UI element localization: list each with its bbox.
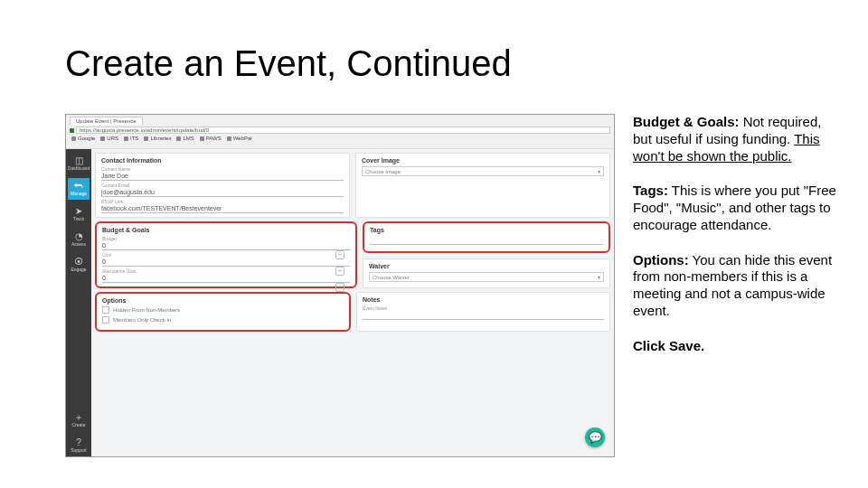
plus-icon: ＋ — [74, 413, 83, 422]
contact-card: Contact Information Contact Name Jane Do… — [95, 153, 350, 218]
rsvp-input[interactable]: facebook.com/TESTEVENT/Besteventever — [101, 204, 344, 213]
bookmark-item[interactable]: LMS — [176, 136, 193, 141]
slide-title: Create an Event, Continued — [65, 43, 512, 84]
card-title: Contact Information — [101, 157, 344, 164]
annotation-tags: Tags: This is where you put "Free Food",… — [633, 183, 841, 233]
sidebar-item-engage[interactable]: ⦿Engage — [68, 254, 90, 276]
send-icon: ➤ — [75, 207, 82, 216]
share-icon: ⮪ — [74, 182, 83, 191]
budget-input[interactable]: 0 — [102, 241, 350, 250]
cover-image-card: Cover Image Choose Image▾ — [355, 153, 610, 218]
browser-tab[interactable]: Update Event | Presence — [70, 117, 143, 125]
target-icon: ⦿ — [74, 258, 83, 267]
bookmark-item[interactable]: ITS — [124, 136, 138, 141]
sidebar-item-manage[interactable]: ⮪Manage — [68, 178, 90, 200]
notes-card: Notes Event Notes — [356, 292, 610, 332]
lock-icon — [70, 128, 74, 133]
sidebar-item-dashboard[interactable]: ◫Dashboard — [68, 153, 90, 174]
sidebar-item-create[interactable]: ＋Create — [68, 409, 90, 431]
attendance-goal-input[interactable]: 0 — [102, 274, 350, 283]
card-title: Budget & Goals — [102, 227, 350, 233]
annotation-save: Click Save. — [633, 338, 841, 355]
bookmark-item[interactable]: WebPal — [227, 136, 252, 141]
card-title: Tags — [370, 227, 603, 233]
card-title: Waiver — [369, 263, 604, 269]
bookmark-item[interactable]: PAWS — [200, 136, 222, 141]
event-notes-input[interactable] — [363, 311, 604, 320]
card-title: Notes — [363, 296, 604, 303]
help-icon: ? — [76, 438, 81, 447]
sidebar-item-assess[interactable]: ◔Assess — [68, 229, 90, 250]
sidebar-item-support[interactable]: ?Support — [68, 435, 90, 456]
choose-image-select[interactable]: Choose Image▾ — [362, 166, 604, 176]
checkbox-icon — [102, 316, 109, 324]
chat-fab[interactable]: 💬 — [585, 427, 605, 447]
annotation-options: Options: You can hide this event from no… — [633, 252, 841, 320]
cost-input[interactable]: 0 — [102, 258, 350, 267]
contact-email-input[interactable]: jdoe@augusta.edu — [101, 188, 344, 197]
app-sidebar: ◫Dashboard ⮪Manage ➤Track ◔Assess ⦿Engag… — [66, 149, 91, 456]
gauge-icon: ◔ — [75, 232, 83, 241]
form-content: Contact Information Contact Name Jane Do… — [91, 149, 614, 456]
stepper-icon[interactable]: ÷ — [335, 283, 344, 292]
budget-goals-card: Budget & Goals Budget 0÷ Cost 0÷ Attenda… — [95, 221, 357, 288]
card-title: Cover Image — [362, 157, 604, 164]
bookmark-item[interactable]: Google — [71, 136, 95, 141]
app-screenshot: Update Event | Presence https://augusta.… — [65, 114, 615, 457]
tags-card: Tags — [363, 221, 610, 253]
bookmarks-bar: Google URS ITS Libraries LMS PAWS WebPal — [71, 136, 610, 141]
choose-waiver-select[interactable]: Choose Waiver▾ — [369, 272, 604, 282]
members-only-checkbox[interactable]: Members Only Check-in — [102, 316, 344, 324]
tags-input[interactable] — [370, 236, 603, 245]
browser-chrome: Update Event | Presence https://augusta.… — [66, 115, 614, 149]
bookmark-item[interactable]: Libraries — [144, 136, 171, 141]
checkbox-icon — [102, 306, 109, 314]
chevron-down-icon: ▾ — [598, 274, 600, 280]
address-bar[interactable]: https://augusta.presence.io/admin/event/… — [76, 127, 610, 134]
waiver-card: Waiver Choose Waiver▾ — [363, 258, 610, 288]
bookmark-item[interactable]: URS — [100, 136, 118, 141]
chevron-down-icon: ▾ — [598, 168, 600, 174]
contact-name-input[interactable]: Jane Doe — [101, 172, 344, 181]
card-title: Options — [102, 297, 344, 304]
chat-icon: 💬 — [589, 431, 602, 444]
annotation-budget: Budget & Goals: Not required, but useful… — [633, 114, 841, 164]
options-card: Options Hidden From Non-Members Members … — [95, 292, 351, 332]
dashboard-icon: ◫ — [75, 156, 83, 165]
annotation-panel: Budget & Goals: Not required, but useful… — [633, 114, 841, 372]
sidebar-item-track[interactable]: ➤Track — [68, 203, 90, 225]
hidden-nonmembers-checkbox[interactable]: Hidden From Non-Members — [102, 306, 344, 314]
